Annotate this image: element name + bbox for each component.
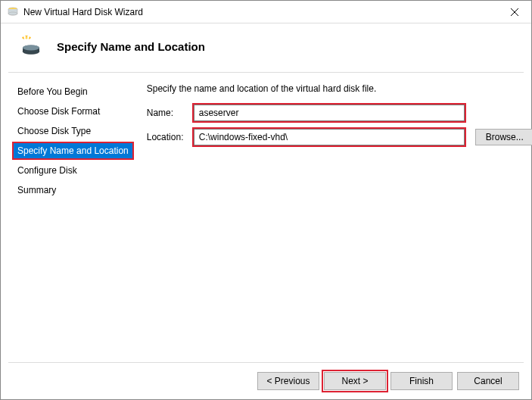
sidebar-item-configure-disk[interactable]: Configure Disk	[13, 162, 133, 179]
close-button[interactable]	[497, 1, 531, 23]
disk-icon	[7, 6, 19, 18]
sidebar-item-before-you-begin[interactable]: Before You Begin	[13, 83, 133, 100]
wizard-header: Specify Name and Location	[1, 23, 531, 72]
wizard-footer: < Previous Next > Finish Cancel	[8, 362, 524, 399]
location-label: Location:	[147, 132, 189, 142]
cancel-button[interactable]: Cancel	[457, 372, 519, 390]
name-input[interactable]	[194, 105, 465, 121]
sidebar-item-specify-name-location[interactable]: Specify Name and Location	[13, 142, 133, 159]
wizard-window: New Virtual Hard Disk Wizard Specify Nam…	[0, 0, 532, 400]
instruction-text: Specify the name and location of the vir…	[147, 83, 532, 94]
sidebar-item-choose-disk-type[interactable]: Choose Disk Type	[13, 123, 133, 139]
location-row: Location: Browse...	[147, 129, 532, 145]
sidebar-item-choose-disk-format[interactable]: Choose Disk Format	[13, 103, 133, 120]
next-button[interactable]: Next >	[324, 372, 386, 390]
previous-button[interactable]: < Previous	[257, 372, 319, 390]
wizard-body: Before You Begin Choose Disk Format Choo…	[1, 73, 531, 362]
name-label: Name:	[147, 108, 189, 118]
browse-button[interactable]: Browse...	[475, 129, 532, 145]
finish-button[interactable]: Finish	[390, 372, 453, 390]
svg-point-5	[23, 45, 39, 51]
titlebar: New Virtual Hard Disk Wizard	[1, 1, 531, 23]
page-title: Specify Name and Location	[57, 40, 205, 53]
disk-wizard-icon	[19, 34, 43, 58]
wizard-steps-sidebar: Before You Begin Choose Disk Format Choo…	[8, 73, 133, 362]
name-row: Name:	[147, 105, 532, 121]
svg-point-2	[26, 37, 28, 39]
window-title: New Virtual Hard Disk Wizard	[23, 7, 497, 17]
wizard-main-panel: Specify the name and location of the vir…	[133, 73, 532, 362]
location-input[interactable]	[194, 129, 465, 145]
sidebar-item-summary[interactable]: Summary	[13, 182, 133, 198]
